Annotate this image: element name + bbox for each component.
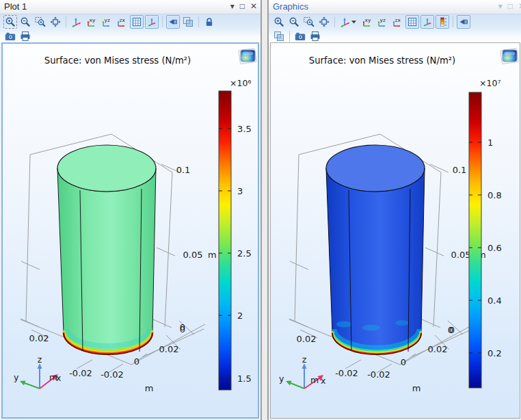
pane-splitter[interactable] [260,0,269,420]
transparency-button[interactable] [181,15,195,29]
window-menu-button[interactable]: ▾ [498,1,503,12]
transparency-button[interactable] [272,29,286,43]
lock-plot-button[interactable] [202,15,216,29]
axis-orientation-icon [146,16,157,27]
transparency-icon [183,16,193,27]
zx-view-icon: zx [116,16,127,27]
printer-icon [20,31,31,42]
toolbar-separator [66,16,66,27]
camera-icon [295,31,306,42]
printer-icon [310,31,321,42]
graphics-toolbar: xy yz zx [269,14,521,43]
go-to-yz-view-button[interactable]: yz [375,15,389,29]
grid-icon [131,16,142,27]
scene-light-toggle[interactable] [457,15,470,29]
zoom-box-icon [35,16,46,27]
zoom-extents-button[interactable] [317,15,331,29]
graphics-toolbar-row1: xy yz zx [269,14,521,29]
zoom-out-icon [20,16,31,27]
transparency-icon [273,31,284,42]
graphics-titlebar: Graphics ▾ □ ✕ [269,0,521,14]
go-to-zx-view-button[interactable]: zx [115,15,129,29]
zoom-in-icon [273,16,284,27]
yz-view-icon: yz [101,16,112,27]
xy-view-icon: xy [362,16,373,27]
svg-text:zx: zx [120,16,126,23]
show-axis-orientation-toggle[interactable] [420,15,434,29]
color-legend-toggle[interactable] [436,15,449,29]
grid-icon [407,16,418,27]
zx-view-icon: zx [392,16,403,27]
camera-icon [5,31,16,42]
go-to-default-3d-view-button[interactable] [338,15,359,29]
zoom-box-button[interactable] [302,15,316,29]
graphics-window-title: Graphics [273,1,308,12]
xy-view-icon: xy [86,16,97,27]
print-button[interactable] [308,29,322,43]
color-legend-icon [437,16,448,27]
plot1-window-title: Plot 1 [4,1,27,12]
plot1-toolbar-row1: xy yz zx [0,14,260,29]
window-menu-button[interactable]: ▾ [230,1,235,12]
zoom-extents-button[interactable] [49,15,62,29]
toolbar-separator [289,31,290,42]
window-float-button[interactable]: □ [508,1,513,12]
go-to-default-3d-view-button[interactable] [70,15,83,29]
toolbar-separator [334,16,335,27]
toolbar-separator [453,16,453,27]
graphics-window-buttons: ▾ □ ✕ [498,1,521,12]
toolbar-separator [198,16,199,27]
plot1-toolbar: xy yz zx [0,14,260,43]
axis-orientation-icon [422,16,433,27]
svg-text:zx: zx [395,16,401,23]
zoom-in-button[interactable] [272,15,286,29]
plot1-window-buttons: ▾ □ ✕ [230,1,257,12]
zoom-box-button[interactable] [34,15,47,29]
go-to-xy-view-button[interactable]: xy [85,15,98,29]
image-snapshot-button[interactable] [293,29,307,43]
go-to-xy-view-button[interactable]: xy [360,15,374,29]
toolbar-separator [162,16,163,27]
window-close-button[interactable]: ✕ [250,1,257,12]
zoom-out-button[interactable] [287,15,301,29]
zoom-out-button[interactable] [18,15,32,29]
default-3d-view-icon [340,16,351,27]
yz-view-icon: yz [377,16,388,27]
zoom-out-icon [289,16,299,27]
show-grid-toggle[interactable] [405,15,419,29]
scene-light-icon [458,16,469,27]
window-float-button[interactable]: □ [240,1,245,12]
print-button[interactable] [18,29,32,43]
app-window: Plot 1 ▾ □ ✕ [0,0,521,420]
graphics-toolbar-row2 [269,29,521,43]
go-to-yz-view-button[interactable]: yz [100,15,113,29]
zoom-in-button[interactable] [3,15,17,29]
plot1-window: Plot 1 ▾ □ ✕ [0,0,260,420]
zoom-in-icon [5,16,16,27]
zoom-extents-icon [319,16,330,27]
show-axis-orientation-toggle[interactable] [145,15,159,29]
plot1-canvas[interactable] [1,42,259,419]
svg-text:xy: xy [364,16,371,23]
window-close-button[interactable]: ✕ [518,1,521,12]
zoom-box-icon [304,16,315,27]
view-menu-caret-icon [351,19,357,25]
show-grid-toggle[interactable] [130,15,144,29]
svg-text:xy: xy [90,16,96,23]
go-to-zx-view-button[interactable]: zx [390,15,404,29]
scene-light-toggle[interactable] [166,15,180,29]
default-3d-view-icon [71,16,82,27]
plot1-toolbar-row2 [0,29,260,43]
graphics-window: Graphics ▾ □ ✕ [269,0,521,420]
svg-text:yz: yz [105,16,110,23]
plot1-titlebar: Plot 1 ▾ □ ✕ [0,0,260,14]
scene-light-icon [168,16,178,27]
graphics-canvas[interactable] [270,42,520,419]
lock-icon [204,16,215,27]
image-snapshot-button[interactable] [3,29,17,43]
svg-text:yz: yz [379,16,385,23]
zoom-extents-icon [50,16,61,27]
